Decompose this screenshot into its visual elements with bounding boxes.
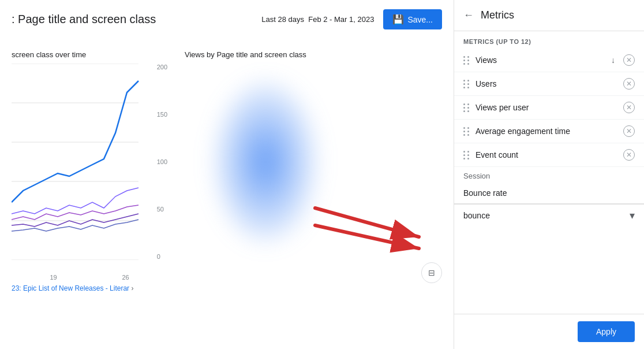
metric-dropdown-row: bounce sessions engaged sessions ▾ — [454, 204, 644, 227]
blurred-chart-title: Views by Page title and screen class — [185, 50, 442, 59]
svg-line-7 — [315, 208, 419, 237]
metric-item-views-per-user: Views per user ✕ — [454, 96, 644, 120]
date-label: Last 28 days — [261, 15, 304, 24]
session-group-label: Session — [454, 167, 644, 183]
metrics-panel-title: Metrics — [481, 9, 514, 21]
chart-blob — [214, 81, 317, 243]
y-axis-labels: 200 150 100 50 0 — [157, 64, 167, 260]
feedback-icon: ⊟ — [428, 268, 435, 277]
red-arrow — [309, 196, 436, 260]
dropdown-chevron-icon: ▾ — [630, 209, 635, 222]
line-chart-title: screen class over time — [12, 50, 162, 59]
save-icon: 💾 — [392, 14, 404, 25]
metric-item-avg-engagement: Average engagement time ✕ — [454, 120, 644, 143]
apply-button[interactable]: Apply — [578, 321, 635, 342]
bounce-rate-suggestion[interactable]: Bounce rate — [454, 183, 644, 203]
back-button[interactable]: ← — [463, 9, 474, 21]
metrics-header: ← Metrics — [454, 0, 644, 31]
footer-link[interactable]: 23: Epic List of New Releases - Literar … — [12, 284, 162, 292]
drag-handle-users[interactable] — [463, 80, 470, 88]
metric-name-avg-engagement: Average engagement time — [475, 127, 617, 136]
main-content: screen class over time — [0, 39, 454, 304]
line-chart-section: screen class over time — [0, 44, 173, 298]
header-right: Last 28 days Feb 2 - Mar 1, 2023 💾 Save.… — [261, 9, 442, 29]
remove-users[interactable]: ✕ — [623, 78, 635, 90]
save-button[interactable]: 💾 Save... — [383, 9, 442, 29]
date-range: Last 28 days Feb 2 - Mar 1, 2023 — [261, 15, 374, 24]
drag-handle-avg-engagement[interactable] — [463, 127, 470, 136]
metric-name-event-count: Event count — [475, 150, 617, 159]
metric-item-views: Views ↓ ✕ — [454, 49, 644, 72]
metric-dropdown[interactable]: bounce sessions engaged sessions — [463, 211, 630, 220]
apply-section: Apply — [454, 314, 644, 349]
metric-item-event-count: Event count ✕ — [454, 143, 644, 167]
left-panel: : Page title and screen class Last 28 da… — [0, 0, 454, 349]
drag-handle-views-per-user[interactable] — [463, 103, 470, 112]
drag-handle-event-count[interactable] — [463, 151, 470, 159]
blurred-chart-section: Views by Page title and screen class — [173, 44, 454, 298]
line-chart-svg — [12, 64, 150, 260]
remove-views[interactable]: ✕ — [623, 54, 635, 66]
remove-avg-engagement[interactable]: ✕ — [623, 125, 635, 137]
metrics-section-label: METRICS (UP TO 12) — [454, 31, 644, 49]
page-title: : Page title and screen class — [12, 13, 156, 26]
svg-line-8 — [315, 225, 419, 248]
feedback-button[interactable]: ⊟ — [421, 262, 442, 283]
drag-handle-views[interactable] — [463, 56, 470, 65]
metric-name-views-per-user: Views per user — [475, 103, 617, 112]
sort-icon-views[interactable]: ↓ — [611, 55, 615, 65]
blurred-chart-container: ⊟ — [185, 64, 442, 283]
right-panel: ← Metrics METRICS (UP TO 12) Views ↓ ✕ U… — [454, 0, 644, 349]
save-label: Save... — [407, 15, 433, 24]
metric-name-users: Users — [475, 79, 617, 88]
metric-item-users: Users ✕ — [454, 72, 644, 96]
remove-event-count[interactable]: ✕ — [623, 149, 635, 161]
date-value: Feb 2 - Mar 1, 2023 — [308, 15, 374, 24]
metric-name-views: Views — [475, 55, 605, 65]
x-axis-labels: 19 26 — [17, 274, 162, 281]
remove-views-per-user[interactable]: ✕ — [623, 102, 635, 113]
page-header: : Page title and screen class Last 28 da… — [0, 0, 454, 39]
